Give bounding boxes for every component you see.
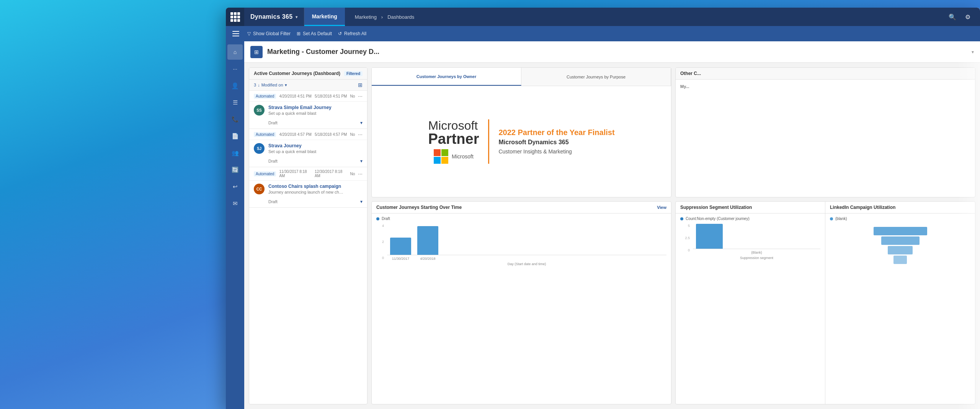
- journey-name[interactable]: Contoso Chairs splash campaign: [268, 184, 363, 189]
- journey-expand-button[interactable]: ▾: [360, 158, 363, 164]
- journey-date-end: 12/30/2017 8:18 AM: [315, 169, 347, 178]
- brand-label: Dynamics 365: [250, 13, 292, 20]
- ms-partner-text: Microsoft: [428, 119, 478, 132]
- journey-flag: No: [350, 172, 355, 176]
- other-panel: Other C... My...: [675, 67, 975, 197]
- chart-area: 4 2 0: [376, 224, 666, 266]
- journey-avatar: SJ: [254, 143, 265, 154]
- journey-name[interactable]: Strava Journey: [268, 143, 363, 148]
- tab-owner-label: Customer Journeys by Owner: [416, 74, 477, 79]
- home-icon: ⌂: [234, 49, 237, 55]
- search-icon[interactable]: 🔍: [946, 11, 959, 23]
- funnel-seg-2: [881, 236, 920, 245]
- other-panel-title: Other C...: [680, 71, 701, 76]
- chart-time-header: Customer Journeys Starting Over Time Vie…: [372, 202, 671, 213]
- content-area: ⊞ Marketing - Customer Journey D... ▾ Ac…: [244, 41, 980, 409]
- top-nav: Dynamics 365 ▾ Marketing Marketing › Das…: [226, 8, 980, 26]
- hamburger-menu-button[interactable]: [229, 27, 243, 41]
- bars-area: 11/30/2017 4/20/2018 Day (Start date and…: [387, 224, 666, 266]
- default-icon: ⊞: [297, 31, 301, 36]
- workflows-icon: 🔄: [232, 166, 239, 173]
- chart-x-label: Day (Start date and time): [387, 262, 666, 266]
- ms-partner-logo-section: Microsoft Partner Microsoft: [428, 119, 489, 164]
- chart-time-panel: Customer Journeys Starting Over Time Vie…: [371, 201, 671, 404]
- supp-y-0: 0: [680, 248, 690, 252]
- brand-name[interactable]: Dynamics 365 ▾: [244, 13, 304, 20]
- journey-date-end: 5/18/2018 4:51 PM: [315, 94, 347, 98]
- x-label-1: 11/30/2017: [390, 257, 411, 261]
- sort-chevron-icon: ▾: [285, 83, 287, 88]
- sidebar-item-home[interactable]: ⌂: [227, 44, 243, 60]
- journey-menu-button[interactable]: ···: [358, 93, 363, 99]
- ms-logo: Microsoft: [434, 149, 474, 164]
- partner-tab-owner[interactable]: Customer Journeys by Owner: [372, 68, 521, 86]
- sidebar-item-workflows[interactable]: 🔄: [227, 162, 243, 178]
- sidebar-item-documents[interactable]: 📄: [227, 129, 243, 144]
- x-labels: 11/30/2017 4/20/2018: [387, 255, 666, 262]
- journey-date-end: 5/18/2018 4:57 PM: [315, 132, 347, 137]
- apps-grid-button[interactable]: [226, 8, 244, 26]
- sidebar-item-starred[interactable]: ···: [227, 61, 243, 77]
- journey-menu-button[interactable]: ···: [358, 171, 363, 177]
- marketing-tab[interactable]: Marketing: [304, 8, 345, 26]
- journey-avatar: CC: [254, 184, 265, 194]
- refresh-icon: ↺: [338, 31, 342, 36]
- journey-expand-button[interactable]: ▾: [360, 199, 363, 204]
- partner-tab-purpose[interactable]: Customer Journeys by Purpose: [521, 68, 671, 86]
- journey-item-meta: Automated 11/30/2017 8:18 AM 12/30/2017 …: [249, 167, 367, 181]
- journey-sort-button[interactable]: 3 ↓ Modified on ▾: [254, 83, 287, 88]
- sidebar-item-people[interactable]: 👥: [227, 145, 243, 161]
- suppression-legend: Count:Non-empty (Customer journey): [680, 217, 820, 221]
- journey-list-controls: 3 ↓ Modified on ▾ ⊞: [249, 80, 367, 91]
- dashboard-header: ⊞ Marketing - Customer Journey D... ▾: [244, 41, 980, 63]
- sidebar-item-lists[interactable]: ☰: [227, 95, 243, 110]
- supp-bars-area: (Blank) Suppression segment: [693, 224, 820, 258]
- journey-type-tag: Automated: [254, 132, 276, 137]
- refresh-label: Refresh All: [344, 31, 366, 36]
- filter-label: Show Global Filter: [253, 31, 291, 36]
- refresh-all-button[interactable]: ↺ Refresh All: [338, 31, 366, 36]
- partner-panel: Customer Journeys by Owner Customer Jour…: [371, 67, 671, 197]
- set-as-default-button[interactable]: ⊞ Set As Default: [297, 31, 332, 36]
- phone-icon: 📞: [232, 116, 239, 123]
- sidebar-item-history[interactable]: ↩: [227, 179, 243, 194]
- toolbar-actions: ▽ Show Global Filter ⊞ Set As Default ↺ …: [244, 31, 977, 36]
- supp-y-2: 2.5: [680, 236, 690, 240]
- suppression-header: Suppression Segment Utilization: [676, 202, 825, 213]
- linkedin-legend: (blank): [830, 217, 970, 221]
- journey-info: Contoso Chairs splash campaign Journey a…: [268, 184, 363, 194]
- journey-menu-button[interactable]: ···: [358, 131, 363, 137]
- sidebar-item-mail[interactable]: ✉: [227, 196, 243, 211]
- journey-name[interactable]: Strava Simple Email Journey: [268, 105, 363, 110]
- y-axis: 4 2 0: [376, 224, 384, 266]
- journey-item-body: SS Strava Simple Email Journey Set up a …: [249, 102, 367, 119]
- show-global-filter-button[interactable]: ▽ Show Global Filter: [247, 31, 291, 36]
- settings-icon[interactable]: ⚙: [962, 11, 974, 23]
- journey-status: Draft: [268, 159, 278, 163]
- dashboard-chevron-icon[interactable]: ▾: [972, 49, 974, 55]
- journey-date-start: 11/30/2017 8:18 AM: [279, 169, 312, 178]
- journey-expand-button[interactable]: ▾: [360, 120, 363, 125]
- chart-view-link[interactable]: View: [657, 205, 666, 210]
- journey-item-footer: Draft ▾: [249, 119, 367, 129]
- chart-legend: Draft: [376, 217, 666, 221]
- star-icon: ···: [233, 66, 237, 72]
- filter-icon: ▽: [247, 31, 251, 36]
- sidebar-item-contacts[interactable]: 👤: [227, 78, 243, 93]
- journey-item-body: SJ Strava Journey Set up a quick email b…: [249, 140, 367, 157]
- journey-status: Draft: [268, 199, 278, 204]
- bar-2: [417, 226, 438, 255]
- journey-panel-title: Active Customer Journeys (Dashboard): [254, 71, 340, 76]
- suppression-panel: Suppression Segment Utilization Count:No…: [676, 202, 825, 404]
- journey-item: Automated 4/20/2018 4:57 PM 5/18/2018 4:…: [249, 129, 367, 167]
- supp-bar: [696, 224, 723, 249]
- ms-partner-banner: Microsoft Partner Microsoft: [428, 119, 614, 164]
- documents-icon: 📄: [232, 133, 239, 140]
- tab-purpose-label: Customer Journeys by Purpose: [567, 75, 626, 79]
- journey-item-footer: Draft ▾: [249, 197, 367, 207]
- sidebar-item-phone[interactable]: 📞: [227, 112, 243, 127]
- grid-view-icon[interactable]: ⊞: [358, 82, 363, 88]
- supp-y-5: 5: [680, 224, 690, 228]
- funnel-seg-4: [893, 256, 907, 264]
- people-icon: 👥: [232, 150, 239, 156]
